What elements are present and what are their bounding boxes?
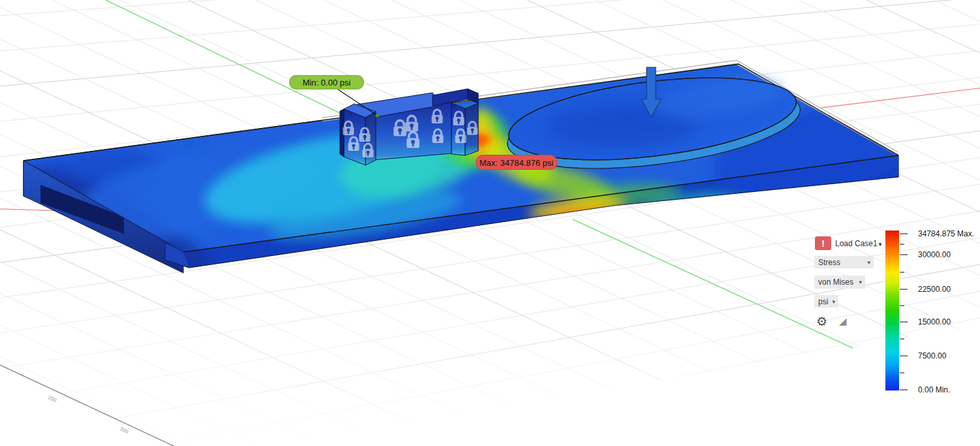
colorbar-tick-label: 7500.00: [918, 351, 946, 360]
y-axis-line: [106, 0, 348, 117]
colorbar-max-label: 34784.875 Max.: [918, 229, 974, 238]
legend-style-icon[interactable]: ◢: [839, 315, 847, 327]
gear-icon[interactable]: ⚙: [816, 314, 827, 329]
max-stress-flag[interactable]: Max: 34784.876 psi: [476, 155, 557, 170]
result-component-dropdown[interactable]: von Mises ▾: [814, 276, 865, 289]
chevron-down-icon: ▾: [859, 279, 862, 285]
chevron-down-icon: ▾: [879, 241, 882, 247]
colorbar-tick-label: 15000.00: [918, 317, 951, 327]
result-type-dropdown[interactable]: Stress ▾: [814, 256, 874, 268]
load-case-warning-icon[interactable]: !: [815, 236, 831, 250]
colorbar-tick-label: 22500.00: [918, 285, 951, 294]
3d-scene[interactable]: [0, 0, 980, 446]
result-type-label: Stress: [818, 258, 840, 267]
plate-model[interactable]: [0, 45, 940, 306]
result-component-label: von Mises: [818, 278, 853, 287]
load-case-label: Load Case1: [835, 239, 878, 248]
units-label: psi: [818, 297, 828, 306]
load-case-selector[interactable]: Load Case1▾: [835, 238, 881, 249]
simulation-viewport[interactable]: Min: 0.00 psi Max: 34784.876 psi 250 300…: [0, 0, 980, 446]
chevron-down-icon: ▾: [867, 259, 870, 266]
chevron-down-icon: ▾: [832, 298, 835, 305]
colorbar-tick-label: 30000.00: [918, 250, 951, 259]
units-dropdown[interactable]: psi ▾: [814, 295, 838, 308]
min-stress-flag[interactable]: Min: 0.00 psi: [289, 75, 364, 89]
min-point-marker: [375, 114, 378, 117]
colorbar-min-label: 0.00 Min.: [918, 385, 950, 394]
stress-contours: [0, 45, 940, 306]
